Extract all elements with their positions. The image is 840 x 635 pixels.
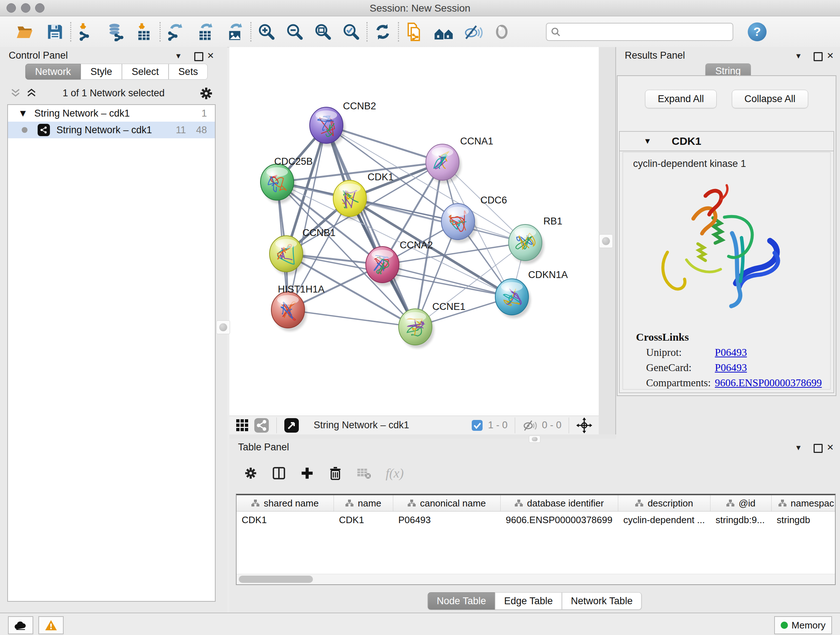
table-cell[interactable]: CDK1 — [334, 511, 393, 528]
panel-menu-icon[interactable]: ▾ — [796, 51, 801, 61]
add-column-icon[interactable] — [300, 466, 314, 480]
zoom-fit-icon[interactable] — [313, 22, 333, 42]
main-toolbar: ? — [0, 16, 840, 48]
zoom-selected-icon[interactable] — [341, 22, 362, 42]
hidden-eye-slash-icon[interactable] — [523, 419, 537, 432]
column-header-canonical-name[interactable]: canonical name — [393, 495, 501, 511]
export-image-icon[interactable] — [225, 22, 245, 42]
show-columns-icon[interactable] — [272, 466, 286, 480]
open-session-icon[interactable] — [14, 22, 35, 42]
pan-crosshair-icon[interactable] — [576, 417, 592, 433]
table-cell[interactable]: cyclin-dependent ... — [618, 511, 711, 528]
tab-network-table[interactable]: Network Table — [562, 592, 642, 610]
network-node-CDK1[interactable] — [333, 180, 369, 220]
export-table-icon[interactable] — [195, 22, 216, 42]
network-graph[interactable]: CCNB2CCNA1CDC25BCDK1CDC6RB1CCNB1CCNA2CDK… — [229, 47, 599, 416]
network-row-selected[interactable]: String Network – cdk1 11 48 — [8, 122, 215, 138]
import-database-icon[interactable] — [106, 22, 126, 42]
string-style-icon[interactable] — [254, 418, 269, 433]
control-panel-title: Control Panel — [9, 50, 68, 61]
network-canvas[interactable]: CCNB2CCNA1CDC25BCDK1CDC6RB1CCNB1CCNA2CDK… — [229, 47, 599, 416]
column-header-description[interactable]: description — [618, 495, 711, 511]
open-in-browser-icon[interactable] — [284, 418, 299, 433]
crosslink-genecard[interactable]: P06493 — [715, 362, 747, 374]
string-home-icon[interactable] — [434, 22, 454, 42]
close-panel-icon[interactable]: ✕ — [207, 51, 214, 61]
birdseye-grid-icon[interactable] — [236, 419, 249, 432]
eye-icon[interactable] — [492, 22, 512, 42]
refresh-icon[interactable] — [373, 22, 393, 42]
save-session-icon[interactable] — [45, 22, 65, 42]
network-node-CDC6[interactable] — [441, 203, 477, 243]
crosslinks-title: CrossLinks — [636, 331, 830, 343]
float-panel-icon[interactable] — [813, 444, 823, 453]
delete-column-icon[interactable] — [328, 466, 342, 480]
network-node-CCNE1[interactable] — [399, 309, 434, 348]
tab-style[interactable]: Style — [81, 64, 122, 80]
panel-menu-icon[interactable]: ▾ — [796, 442, 801, 453]
network-collection-row[interactable]: ▼ String Network – cdk1 1 — [8, 105, 215, 122]
network-node-CCNA1[interactable] — [426, 144, 461, 184]
column-header-shared-name[interactable]: shared name — [237, 495, 334, 511]
cloud-icon — [14, 621, 27, 630]
column-header-database-identifier[interactable]: database identifier — [501, 495, 618, 511]
crosslink-uniprot[interactable]: P06493 — [715, 347, 747, 358]
gene-expander-icon[interactable]: ▼ — [644, 136, 652, 146]
tab-edge-table[interactable]: Edge Table — [495, 592, 562, 610]
close-panel-icon[interactable]: ✕ — [827, 51, 834, 61]
scrollbar-thumb[interactable] — [239, 576, 313, 583]
string-network-icon — [38, 124, 50, 136]
crosslink-label: GeneCard: — [646, 362, 715, 374]
column-header--id[interactable]: @id — [711, 495, 772, 511]
memory-button[interactable]: Memory — [774, 616, 832, 634]
import-network-icon[interactable] — [76, 22, 96, 42]
column-label: @id — [739, 498, 756, 509]
column-header-namespac[interactable]: namespac — [772, 495, 836, 511]
table-cell[interactable]: stringdb — [772, 511, 836, 528]
collection-expander-icon[interactable]: ▼ — [18, 108, 28, 119]
float-panel-icon[interactable] — [194, 52, 203, 61]
table-cell[interactable]: P06493 — [393, 511, 501, 528]
network-node-HIST1H1A[interactable] — [271, 292, 307, 331]
tab-network[interactable]: Network — [25, 64, 81, 80]
bottom-splitter-handle[interactable] — [529, 435, 540, 443]
table-horizontal-scrollbar[interactable] — [237, 574, 835, 584]
network-node-RB1[interactable] — [508, 225, 544, 264]
network-node-CCNB2[interactable] — [309, 107, 345, 147]
window-titlebar: Session: New Session — [0, 0, 840, 16]
warning-status-button[interactable] — [38, 616, 64, 634]
import-table-icon[interactable] — [134, 22, 155, 42]
network-node-CDC25B[interactable] — [261, 164, 296, 203]
tab-select[interactable]: Select — [122, 64, 169, 80]
node-count: 11 — [176, 125, 186, 136]
share-document-icon[interactable] — [404, 22, 424, 42]
zoom-out-icon[interactable] — [285, 22, 305, 42]
close-panel-icon[interactable]: ✕ — [827, 442, 834, 453]
search-field[interactable] — [546, 23, 733, 41]
help-button[interactable]: ? — [748, 22, 767, 41]
table-options-gear-icon[interactable] — [244, 466, 257, 480]
panel-menu-icon[interactable]: ▾ — [176, 51, 180, 61]
tab-node-table[interactable]: Node Table — [428, 592, 495, 610]
table-cell[interactable]: CDK1 — [237, 511, 334, 528]
selected-checkbox-icon[interactable] — [471, 420, 483, 431]
column-header-name[interactable]: name — [334, 495, 393, 511]
tab-sets[interactable]: Sets — [169, 64, 208, 80]
float-panel-icon[interactable] — [813, 52, 823, 61]
collapse-all-button[interactable]: Collapse All — [732, 90, 808, 108]
table-cell[interactable]: 9606.ENSP00000378699 — [501, 511, 618, 528]
hide-unhide-icon[interactable] — [463, 22, 483, 42]
table-cell[interactable]: stringdb:9... — [711, 511, 772, 528]
network-node-CDKN1A[interactable] — [495, 279, 531, 318]
search-input[interactable] — [563, 26, 728, 38]
cloud-status-button[interactable] — [8, 616, 33, 634]
expand-all-button[interactable]: Expand All — [645, 90, 717, 108]
current-network-dot-icon — [22, 127, 27, 133]
crosslink-compartments[interactable]: 9606.ENSP00000378699 — [715, 377, 822, 389]
network-options-gear-icon[interactable] — [199, 86, 213, 101]
export-network-icon[interactable] — [166, 22, 186, 42]
table-row[interactable]: CDK1CDK1P064939606.ENSP00000378699cyclin… — [237, 511, 835, 528]
right-splitter-handle[interactable] — [599, 234, 613, 248]
zoom-in-icon[interactable] — [256, 22, 277, 42]
left-splitter-handle[interactable] — [216, 320, 230, 334]
